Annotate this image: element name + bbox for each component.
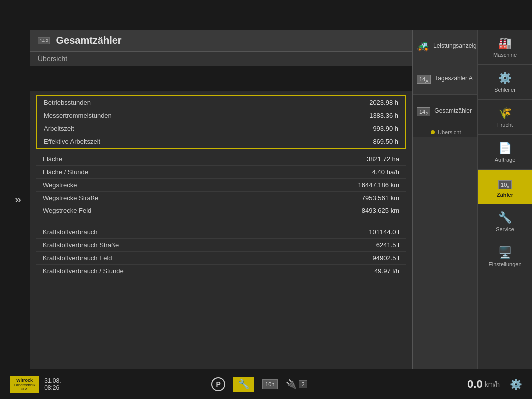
table-row: Wegstrecke Feld 8493.625 km xyxy=(36,204,406,217)
nav-item-auftraege[interactable]: 📄 Aufträge xyxy=(478,135,532,170)
speed-value: 0.0 xyxy=(467,378,483,391)
screen: 14 2 Gesamtzähler Übersicht Betriebsstun… xyxy=(30,30,532,369)
settings-status-icon: ⚙️ xyxy=(510,379,522,390)
sidebar-subitem-uebersicht[interactable]: Übersicht xyxy=(413,127,477,137)
nav-label-service: Service xyxy=(496,226,514,232)
machine-icon: 🏭 xyxy=(498,37,512,50)
row-label: Kraftstoffverbrauch Feld xyxy=(43,254,112,262)
table-row: Arbeitszeit 993.90 h xyxy=(37,122,405,135)
spacer xyxy=(30,219,412,224)
row-label: Wegstrecke Straße xyxy=(43,194,98,201)
nav-item-einstellungen[interactable]: 🖥️ Einstellungen xyxy=(478,239,532,274)
brand-name: Witrock xyxy=(16,378,33,383)
brand-logo: Witrock Landtechnik UGS xyxy=(10,376,39,393)
row-value: 49.97 l/h xyxy=(374,267,399,275)
sidebar-item-gesamtzaehler[interactable]: 142 Gesamtzähler xyxy=(413,95,477,127)
nav-item-service[interactable]: 🔧 Service xyxy=(478,204,532,239)
row-label: Effektive Arbeitszeit xyxy=(44,138,100,145)
nav-label-schleifer: Schleifer xyxy=(494,87,516,93)
status-icons-group: P 🔧 10h 🔌 2 xyxy=(61,377,458,392)
row-value: 7953.561 km xyxy=(362,194,399,201)
wrench-icon: 🔧 xyxy=(238,379,249,390)
row-label: Fläche / Stunde xyxy=(43,168,88,176)
sidebar-item-leistungsanzeige[interactable]: 🚜 Leistungsanzeige xyxy=(413,30,477,62)
nav-label-einstellungen: Einstellungen xyxy=(488,261,521,267)
row-value: 101144.0 l xyxy=(369,228,399,236)
service-icon: 🔧 xyxy=(498,211,512,224)
speed-unit: km/h xyxy=(485,380,500,388)
sidebar-item-tageszaehler[interactable]: 14A Tageszähler A xyxy=(413,62,477,95)
grinder-icon: ⚙️ xyxy=(498,72,512,85)
brand-suffix: UGS xyxy=(21,387,28,391)
counter-icon: 142 xyxy=(417,105,430,116)
nav-label-tageszaehler: Tageszähler A xyxy=(435,75,473,82)
middle-sidebar: 🚜 Leistungsanzeige 14A Tageszähler A 142… xyxy=(412,30,477,369)
table-row: Betriebsstunden 2023.98 h xyxy=(37,96,405,109)
row-label: Arbeitszeit xyxy=(44,125,74,132)
far-right-sidebar: 🏭 Maschine ⚙️ Schleifer 🌾 Frucht 📄 Auftr… xyxy=(477,30,532,369)
nav-label-zaehler: Zähler xyxy=(497,192,513,198)
highlighted-section: Betriebsstunden 2023.98 h Messertrommels… xyxy=(36,95,406,149)
counter-a-icon: 14A xyxy=(417,72,431,84)
badge-sub: 2 xyxy=(46,38,48,43)
page-title: Gesamtzähler xyxy=(56,35,121,46)
nav-item-frucht[interactable]: 🌾 Frucht xyxy=(478,100,532,135)
table-row: Wegstrecke Straße 7953.561 km xyxy=(36,192,406,204)
nav-item-schleifer[interactable]: ⚙️ Schleifer xyxy=(478,65,532,100)
table-row: Effektive Arbeitszeit 869.50 h xyxy=(37,135,405,148)
date-label: 31.08. xyxy=(44,377,61,384)
row-label: Wegstrecke xyxy=(43,181,77,189)
row-value: 993.90 h xyxy=(373,125,398,132)
connection-badge: 2 xyxy=(299,380,307,388)
table-row: Wegstrecke 16447.186 km xyxy=(36,179,406,192)
section-1: Fläche 3821.72 ha Fläche / Stunde 4.40 h… xyxy=(36,153,406,217)
expand-arrow-icon[interactable]: » xyxy=(15,193,21,206)
row-label: Kraftstoffverbrauch Straße xyxy=(43,241,119,249)
row-value: 4.40 ha/h xyxy=(372,168,399,176)
crop-icon: 🌾 xyxy=(498,107,512,120)
nav-label-auftraege: Aufträge xyxy=(495,157,516,163)
badge-14a: 14A xyxy=(417,75,431,84)
speed-display: 0.0 km/h xyxy=(467,378,500,391)
settings-icon: 🖥️ xyxy=(498,246,512,259)
orders-icon: 📄 xyxy=(498,142,512,155)
table-row: Fläche 3821.72 ha xyxy=(36,153,406,166)
wrench-indicator: 🔧 xyxy=(233,377,254,392)
row-label: Messertrommelstunden xyxy=(44,112,112,119)
table-row: Kraftstoffverbrauch Straße 6241.5 l xyxy=(36,239,406,252)
row-value: 1383.36 h xyxy=(369,112,398,119)
row-value: 16447.186 km xyxy=(358,181,399,189)
hours-badge: 10h xyxy=(262,379,278,389)
nav-label-frucht: Frucht xyxy=(497,122,513,128)
table-row: Messertrommelstunden 1383.36 h xyxy=(37,109,405,122)
row-label: Betriebsstunden xyxy=(44,99,91,106)
nav-item-zaehler[interactable]: 10v Zähler xyxy=(478,170,532,204)
table-row: Kraftstoffverbrauch Feld 94902.5 l xyxy=(36,252,406,265)
counter-nav-icon: 10v xyxy=(498,177,512,190)
brand-sub: Landtechnik xyxy=(14,383,35,387)
nav-item-maschine[interactable]: 🏭 Maschine xyxy=(478,30,532,65)
connection-icon: 🔌 xyxy=(286,379,297,390)
hours-indicator: 10h xyxy=(262,379,278,389)
header-badge: 14 2 xyxy=(38,37,50,44)
row-value: 869.50 h xyxy=(373,138,398,145)
datetime-display: 31.08. 08:26 xyxy=(44,377,61,391)
black-strip xyxy=(30,66,412,91)
table-row: Kraftstoffverbrauch / Stunde 49.97 l/h xyxy=(36,265,406,277)
header: 14 2 Gesamtzähler xyxy=(30,30,412,52)
nav-label-maschine: Maschine xyxy=(493,52,517,58)
row-value: 6241.5 l xyxy=(376,241,399,249)
row-label: Wegstrecke Feld xyxy=(43,207,91,214)
nav-label-gesamtzaehler: Gesamtzähler xyxy=(434,107,473,114)
parking-indicator: P xyxy=(211,377,225,391)
badge-142: 142 xyxy=(417,107,430,116)
section-2: Kraftstoffverbrauch 101144.0 l Kraftstof… xyxy=(36,226,406,277)
table-row: Fläche / Stunde 4.40 ha/h xyxy=(36,166,406,179)
row-value: 8493.625 km xyxy=(362,207,399,214)
tractor-icon: 🚜 xyxy=(417,40,429,52)
row-value: 2023.98 h xyxy=(369,99,398,106)
badge-zaehler: 10v xyxy=(498,180,512,189)
time-label: 08:26 xyxy=(44,384,61,391)
subheader-label: Übersicht xyxy=(38,55,67,63)
right-status-icon: ⚙️ xyxy=(510,378,522,390)
